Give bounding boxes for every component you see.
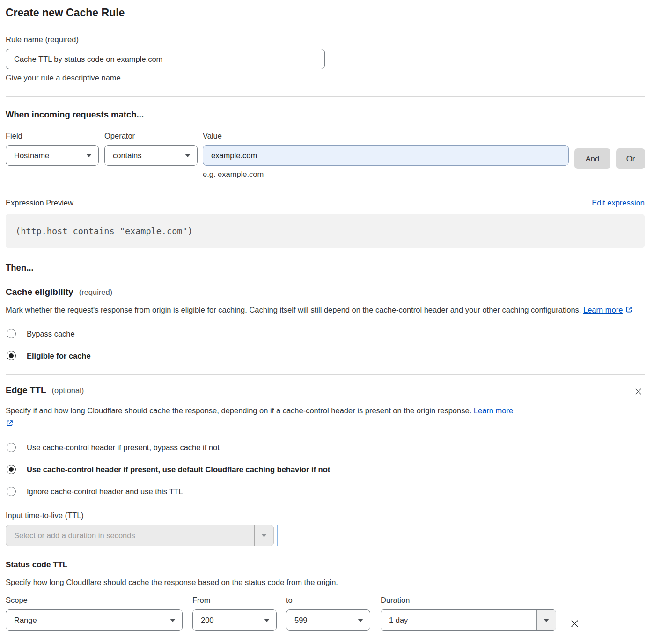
section-divider xyxy=(6,96,645,97)
edge-ttl-description: Specify if and how long Cloudflare shoul… xyxy=(6,404,523,430)
chevron-down-icon xyxy=(543,619,549,622)
ttl-combo-wrap: Select or add a duration in seconds xyxy=(6,525,645,546)
create-cache-rule-form: Create new Cache Rule Rule name (require… xyxy=(0,0,661,644)
chevron-down-icon xyxy=(264,619,270,622)
radio-label: Use cache-control header if present, use… xyxy=(27,465,330,474)
edit-expression-link[interactable]: Edit expression xyxy=(592,198,645,207)
chevron-down-icon xyxy=(86,154,92,157)
radio-label: Use cache-control header if present, byp… xyxy=(27,443,220,452)
chevron-down-icon xyxy=(358,619,363,622)
radio-label: Ignore cache-control header and use this… xyxy=(27,487,183,496)
chevron-down-icon xyxy=(261,534,267,537)
required-tag: (required) xyxy=(79,288,113,297)
radio-option-bypass-cache[interactable]: Bypass cache xyxy=(6,329,645,338)
spacer xyxy=(610,132,645,148)
learn-more-link[interactable]: Learn more xyxy=(583,306,623,314)
cache-eligibility-header: Cache eligibility (required) xyxy=(6,287,645,297)
to-select-value: 599 xyxy=(294,616,358,625)
radio-button[interactable] xyxy=(7,487,16,496)
operator-select[interactable]: contains xyxy=(104,145,198,166)
ttl-select-arrow[interactable] xyxy=(254,525,273,546)
external-link-icon xyxy=(6,419,14,427)
chevron-down-icon xyxy=(185,154,191,157)
spacer xyxy=(556,596,582,613)
and-button[interactable]: And xyxy=(574,148,610,169)
radio-button[interactable] xyxy=(7,329,16,338)
ttl-select[interactable]: Select or add a duration in seconds xyxy=(6,525,274,546)
description-text: Mark whether the request's response from… xyxy=(6,306,581,314)
field-select[interactable]: Hostname xyxy=(6,145,99,166)
expression-preview-row: Expression Preview Edit expression xyxy=(6,198,645,207)
section-divider xyxy=(6,374,645,375)
radio-option-ignore-header[interactable]: Ignore cache-control header and use this… xyxy=(6,487,645,496)
external-link-icon xyxy=(625,306,633,314)
text-cursor xyxy=(277,525,278,546)
to-label: to xyxy=(286,596,381,605)
expression-code: (http.host contains "example.com") xyxy=(15,226,193,236)
radio-label: Eligible for cache xyxy=(27,351,91,360)
radio-button[interactable] xyxy=(7,443,16,452)
radio-option-header-default[interactable]: Use cache-control header if present, use… xyxy=(6,465,645,474)
spacer xyxy=(569,132,610,148)
rule-name-label: Rule name (required) xyxy=(6,35,645,44)
edge-ttl-heading: Edge TTL xyxy=(6,385,46,395)
status-code-ttl-heading: Status code TTL xyxy=(6,560,645,570)
field-label: Field xyxy=(6,132,104,140)
operator-label: Operator xyxy=(104,132,203,140)
to-select[interactable]: 599 xyxy=(286,609,370,631)
operator-select-value: contains xyxy=(113,151,185,160)
page-title: Create new Cache Rule xyxy=(6,7,645,19)
from-label: From xyxy=(192,596,286,605)
ttl-label: Input time-to-live (TTL) xyxy=(6,511,645,520)
rule-name-input[interactable] xyxy=(6,49,325,69)
value-help: e.g. example.com xyxy=(203,170,569,179)
status-code-ttl-row: Scope Range From 200 to 599 Duration 1 d… xyxy=(6,596,645,634)
expression-code-block: (http.host contains "example.com") xyxy=(6,214,645,248)
then-heading: Then... xyxy=(6,263,645,273)
duration-select-value: 1 day xyxy=(381,610,536,630)
cache-eligibility-heading: Cache eligibility xyxy=(6,287,73,297)
close-button[interactable] xyxy=(632,385,645,398)
scope-label: Scope xyxy=(6,596,192,605)
ttl-select-placeholder: Select or add a duration in seconds xyxy=(6,525,254,546)
radio-option-header-bypass[interactable]: Use cache-control header if present, byp… xyxy=(6,443,645,452)
duration-select[interactable]: 1 day xyxy=(381,609,556,631)
from-select-value: 200 xyxy=(201,616,264,625)
rule-name-help: Give your rule a descriptive name. xyxy=(6,73,645,82)
radio-label: Bypass cache xyxy=(27,329,75,338)
delete-row-wrap xyxy=(567,613,582,634)
chevron-down-icon xyxy=(170,619,176,622)
duration-select-arrow[interactable] xyxy=(536,610,556,630)
duration-label: Duration xyxy=(381,596,556,605)
from-select[interactable]: 200 xyxy=(192,609,277,631)
learn-more-link[interactable]: Learn more xyxy=(474,406,513,415)
radio-button[interactable] xyxy=(7,465,16,474)
expression-preview-label: Expression Preview xyxy=(6,198,73,207)
value-input[interactable] xyxy=(203,145,569,166)
scope-select-value: Range xyxy=(14,616,170,625)
radio-button[interactable] xyxy=(7,351,16,360)
edge-ttl-header: Edge TTL (optional) xyxy=(6,385,645,398)
cache-eligibility-description: Mark whether the request's response from… xyxy=(6,303,645,316)
or-button[interactable]: Or xyxy=(616,148,645,169)
delete-icon xyxy=(569,618,580,629)
close-icon xyxy=(634,387,643,396)
description-text: Specify if and how long Cloudflare shoul… xyxy=(6,406,471,415)
scope-select[interactable]: Range xyxy=(6,609,183,631)
field-select-value: Hostname xyxy=(14,151,86,160)
value-label: Value xyxy=(203,132,569,140)
match-heading: When incoming requests match... xyxy=(6,110,645,120)
match-controls-row: Field Hostname Operator contains Value e… xyxy=(6,132,645,179)
status-code-ttl-description: Specify how long Cloudflare should cache… xyxy=(6,576,645,589)
remove-status-ttl-button[interactable] xyxy=(567,616,582,631)
edge-ttl-heading-row: Edge TTL (optional) xyxy=(6,385,84,395)
optional-tag: (optional) xyxy=(52,386,84,395)
radio-option-eligible-for-cache[interactable]: Eligible for cache xyxy=(6,351,645,360)
